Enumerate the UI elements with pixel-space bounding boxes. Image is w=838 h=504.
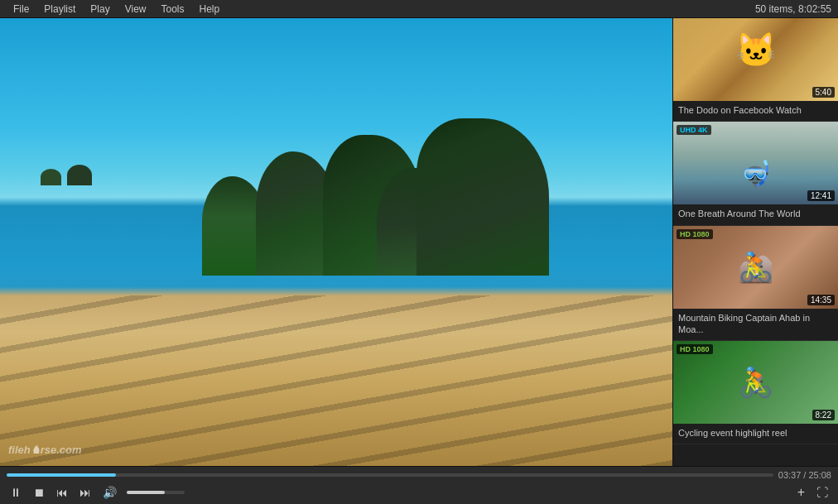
volume-bar[interactable] [127, 491, 185, 494]
playlist-thumb-1: 5:40 [673, 18, 838, 101]
progress-bar[interactable] [7, 473, 773, 477]
item-count: 50 items, 8:02:55 [755, 3, 831, 15]
playlist-thumb-4: HD 1080 8:22 [673, 341, 838, 424]
island-group [0, 94, 672, 295]
menu-tools[interactable]: Tools [155, 2, 191, 17]
menu-help[interactable]: Help [193, 2, 227, 17]
volume-fill [127, 491, 165, 494]
duration-2: 12:41 [807, 190, 835, 201]
add-button[interactable]: + [794, 483, 808, 502]
menu-play[interactable]: Play [84, 2, 116, 17]
menu-file[interactable]: File [7, 2, 36, 17]
play-pause-button[interactable]: ⏸ [7, 484, 25, 501]
sand-shadows [0, 295, 672, 466]
playlist-item-3[interactable]: HD 1080 14:35 Mountain Biking Captain Ah… [673, 226, 838, 342]
island-far-left-2 [67, 165, 92, 185]
controls-row: ⏸ ⏹ ⏮ ⏭ 🔊 + ⛶ [7, 483, 831, 502]
badge-4: HD 1080 [677, 344, 713, 354]
duration-3: 14:35 [807, 295, 835, 305]
menu-playlist[interactable]: Playlist [37, 2, 82, 17]
playlist-thumb-2: UHD 4K 12:41 [673, 122, 838, 204]
badge-3: HD 1080 [677, 229, 713, 239]
prev-button[interactable]: ⏮ [53, 484, 71, 501]
fullscreen-button[interactable]: ⛶ [813, 484, 831, 501]
duration-1: 5:40 [812, 87, 835, 98]
badge-2: UHD 4K [677, 125, 711, 135]
playlist-title-4: Cycling event highlight reel [673, 424, 838, 444]
sidebar-playlist[interactable]: 5:40 The Dodo on Facebook Watch UHD 4K 1… [672, 18, 838, 466]
progress-fill [7, 473, 116, 477]
next-button[interactable]: ⏭ [76, 484, 94, 501]
playlist-title-1: The Dodo on Facebook Watch [673, 101, 838, 121]
controls-bar: 03:37 / 25:08 ⏸ ⏹ ⏮ ⏭ 🔊 + ⛶ [0, 466, 838, 504]
beach-scene [0, 18, 672, 466]
progress-row: 03:37 / 25:08 [7, 470, 831, 480]
video-canvas: fileh♞rse.com [0, 18, 672, 466]
playlist-title-2: One Breath Around The World [673, 204, 838, 224]
stop-button[interactable]: ⏹ [30, 484, 48, 501]
menu-bar: File Playlist Play View Tools Help 50 it… [0, 0, 838, 18]
video-player[interactable]: fileh♞rse.com [0, 18, 672, 466]
menu-view[interactable]: View [118, 2, 153, 17]
island-far-left-1 [41, 169, 61, 185]
island-5 [417, 118, 549, 276]
playlist-item-1[interactable]: 5:40 The Dodo on Facebook Watch [673, 18, 838, 122]
playlist-item-4[interactable]: HD 1080 8:22 Cycling event highlight ree… [673, 341, 838, 444]
time-display: 03:37 / 25:08 [778, 470, 831, 480]
watermark: fileh♞rse.com [8, 444, 82, 456]
main-area: fileh♞rse.com 5:40 The Dodo on Facebook … [0, 18, 838, 466]
duration-4: 8:22 [812, 410, 835, 420]
menu-items: File Playlist Play View Tools Help [7, 2, 226, 17]
watermark-text: fileh♞rse.com [8, 444, 82, 456]
volume-button[interactable]: 🔊 [99, 484, 120, 501]
playlist-thumb-3: HD 1080 14:35 [673, 226, 838, 309]
playlist-item-2[interactable]: UHD 4K 12:41 One Breath Around The World [673, 122, 838, 225]
playlist-title-3: Mountain Biking Captain Ahab in Moa... [673, 309, 838, 341]
